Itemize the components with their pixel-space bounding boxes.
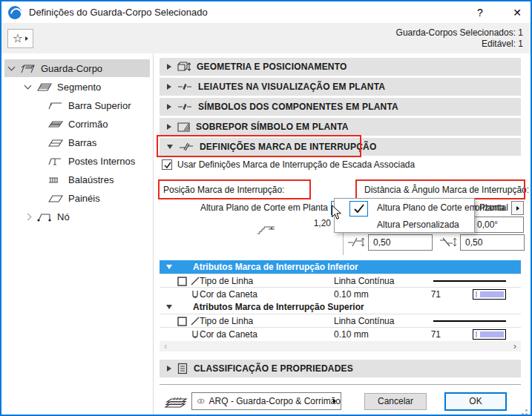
dropdown-item-plano-corte[interactable]: Altura Plano de Corte em Planta bbox=[335, 199, 474, 216]
tree-item-no[interactable]: Nó bbox=[4, 208, 150, 225]
tree-item-barras[interactable]: Barras bbox=[4, 133, 150, 151]
distance1-field[interactable]: 0,50 bbox=[368, 234, 433, 251]
tree-item-label: Nó bbox=[57, 211, 70, 222]
editable-count: Editável: 1 bbox=[396, 39, 523, 50]
chevron-right-icon[interactable] bbox=[24, 213, 32, 220]
table-horizontal-scrollbar[interactable]: ‹ › bbox=[160, 341, 521, 351]
row-value: 0.10 mm bbox=[334, 289, 369, 300]
eye-icon bbox=[197, 397, 205, 406]
geometry-icon bbox=[177, 62, 191, 73]
break-mark-icon bbox=[179, 142, 194, 151]
chevron-down-icon[interactable] bbox=[24, 82, 32, 90]
dropdown-item-label: Altura Plano de Corte em Planta bbox=[377, 199, 505, 216]
close-button[interactable]: ✕ bbox=[506, 5, 528, 20]
cancel-button[interactable]: Cancelar bbox=[364, 393, 427, 410]
chevron-right-icon bbox=[167, 84, 171, 90]
handrail-icon bbox=[47, 119, 64, 129]
section-definicoes-marca[interactable]: DEFINIÇÕES MARCA DE INTERRUPÇÃO bbox=[160, 138, 521, 156]
pen-number: 71 bbox=[423, 289, 441, 300]
distance2-field[interactable]: 0,50 bbox=[460, 234, 525, 251]
chevron-right-icon bbox=[167, 104, 171, 110]
table-row-cor-caneta[interactable]: Cor da Caneta 0.10 mm 71 bbox=[160, 327, 521, 340]
segment-icon bbox=[36, 82, 53, 92]
section-label: CLASSIFICAÇÃO E PROPRIEDADES bbox=[194, 363, 353, 374]
row-value: 0.10 mm bbox=[334, 329, 369, 340]
row-value: Linha Contínua bbox=[334, 276, 394, 286]
scroll-left-icon[interactable]: ‹ bbox=[164, 340, 167, 351]
break-distance-icon bbox=[347, 237, 365, 248]
element-tree: Guarda-Corpo Segmento Barra Superior Cor… bbox=[1, 53, 154, 416]
angle-mode-flyout-button[interactable] bbox=[511, 201, 524, 215]
section-simbolos[interactable]: SÍMBOLOS DOS COMPONENTES EM PLANTA bbox=[160, 98, 521, 116]
section-label: SÍMBOLOS DOS COMPONENTES EM PLANTA bbox=[198, 102, 398, 112]
tree-item-paineis[interactable]: Painéis bbox=[4, 189, 150, 207]
tree-item-corrimao[interactable]: Corrimão bbox=[4, 115, 150, 133]
tree-item-label: Guarda-Corpo bbox=[41, 63, 102, 74]
attr-group-inferior-header[interactable]: Atributos Marca de Interrupção Inferior bbox=[160, 260, 521, 274]
app-logo-icon bbox=[8, 6, 22, 19]
position-group-label: Posição Marca de Interrupção: bbox=[163, 182, 284, 198]
check-icon bbox=[163, 161, 172, 170]
tree-item-label: Corrimão bbox=[68, 119, 108, 130]
line-type-checkbox-icon bbox=[177, 317, 187, 326]
use-assoc-checkbox[interactable] bbox=[162, 159, 172, 170]
railing-icon bbox=[20, 63, 36, 73]
chevron-down-icon[interactable] bbox=[8, 64, 16, 71]
tree-item-label: Barra Superior bbox=[68, 100, 131, 111]
section-classificacao[interactable]: CLASSIFICAÇÃO E PROPRIEDADES bbox=[160, 360, 521, 377]
resize-grip[interactable] bbox=[525, 409, 528, 412]
selected-check-box bbox=[349, 201, 368, 217]
flyout-arrow-icon bbox=[25, 36, 28, 41]
attr-group-title: Atributos Marca de Interrupção Inferior bbox=[193, 262, 358, 272]
line-type-checkbox-icon bbox=[177, 277, 187, 286]
tree-item-label: Barras bbox=[68, 137, 96, 148]
section-label: GEOMETRIA E POSICIONAMENTO bbox=[197, 62, 347, 72]
chevron-right-icon bbox=[167, 366, 171, 372]
tree-item-segmento[interactable]: Segmento bbox=[4, 78, 150, 96]
tree-item-balaustres[interactable]: Balaústres bbox=[4, 171, 150, 188]
layer-selector[interactable]: ARQ - Guarda-Corpo & Corrimão bbox=[191, 392, 341, 410]
pen-icon bbox=[190, 289, 200, 300]
attr-group-superior-header[interactable]: Atributos Marca de Interrupção Superior bbox=[160, 300, 521, 314]
selection-count: Guarda-Corpos Selecionados: 1 bbox=[396, 27, 523, 39]
panels-icon bbox=[47, 193, 64, 203]
flyout-arrow-icon bbox=[333, 399, 336, 403]
ok-button[interactable]: OK bbox=[444, 392, 507, 411]
tree-item-barra-superior[interactable]: Barra Superior bbox=[4, 96, 150, 114]
tree-item-postes-internos[interactable]: Postes Internos bbox=[4, 152, 150, 170]
line-sample[interactable] bbox=[433, 280, 506, 282]
height-value[interactable]: 1,20 bbox=[283, 218, 331, 228]
help-button[interactable]: ? bbox=[469, 5, 491, 20]
selection-info: Guarda-Corpos Selecionados: 1 Editável: … bbox=[396, 27, 523, 50]
rails-icon bbox=[47, 137, 64, 148]
height-mode-dropdown: Altura Plano de Corte em Planta Altura P… bbox=[334, 198, 475, 233]
dropdown-item-label: Altura Personalizada bbox=[377, 217, 459, 233]
row-value: Linha Contínua bbox=[334, 316, 394, 326]
row-label: Cor da Caneta bbox=[200, 329, 257, 340]
scroll-right-icon[interactable]: › bbox=[513, 340, 516, 351]
row-label: Tipo de Linha bbox=[200, 276, 253, 286]
row-label: Tipo de Linha bbox=[200, 316, 253, 326]
dropdown-item-personalizada[interactable]: Altura Personalizada bbox=[335, 217, 474, 233]
pen-color-swatch[interactable] bbox=[473, 289, 506, 300]
pen-color-swatch[interactable] bbox=[473, 329, 506, 340]
use-assoc-label: Usar Definições Marca de Interrupção de … bbox=[177, 159, 415, 170]
section-label: SOBREPOR SÍMBOLO EM PLANTA bbox=[196, 122, 349, 132]
table-row-cor-caneta[interactable]: Cor da Caneta 0.10 mm 71 bbox=[160, 287, 521, 300]
tree-item-guarda-corpo[interactable]: Guarda-Corpo bbox=[4, 59, 150, 77]
balusters-icon bbox=[47, 174, 64, 185]
section-label: DEFINIÇÕES MARCA DE INTERRUPÇÃO bbox=[200, 142, 376, 152]
table-row-tipo-linha[interactable]: Tipo de Linha Linha Contínua bbox=[160, 274, 521, 287]
pen-icon bbox=[190, 329, 200, 340]
table-row-tipo-linha[interactable]: Tipo de Linha Linha Contínua bbox=[160, 314, 521, 327]
tree-item-label: Balaústres bbox=[68, 174, 114, 185]
section-leiautes[interactable]: LEIAUTES NA VISUALIZAÇÃO EM PLANTA bbox=[160, 78, 521, 96]
chevron-down-icon bbox=[167, 145, 173, 149]
section-sobrepor[interactable]: SOBREPOR SÍMBOLO EM PLANTA bbox=[160, 118, 521, 136]
check-icon bbox=[353, 204, 365, 214]
section-geometria[interactable]: GEOMETRIA E POSICIONAMENTO bbox=[160, 58, 521, 76]
favorites-button[interactable]: ☆ bbox=[7, 29, 33, 48]
tree-item-label: Segmento bbox=[57, 82, 101, 93]
chevron-right-icon bbox=[167, 64, 171, 70]
line-sample[interactable] bbox=[433, 320, 506, 322]
